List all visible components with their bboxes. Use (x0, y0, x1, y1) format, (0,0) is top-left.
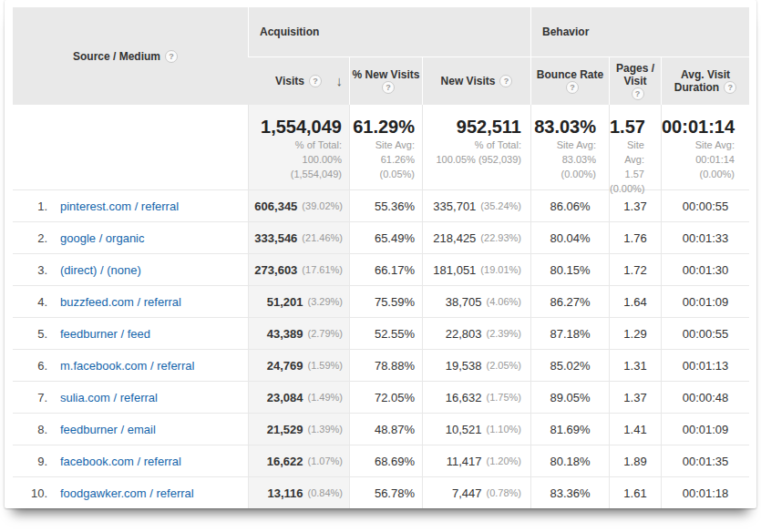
help-icon[interactable]: ? (632, 87, 644, 100)
row-rank: 1. (13, 200, 47, 213)
avg-duration-cell: 00:01:09 (661, 286, 749, 317)
totals-bounce-rate-value: 83.03% (531, 117, 596, 137)
bounce-rate-value: 81.69% (550, 423, 590, 436)
visits-cell: 13,116 (0.84%) (248, 477, 349, 508)
source-medium-link[interactable]: feedburner / email (60, 423, 156, 436)
bounce-rate-cell: 80.04% (530, 222, 609, 253)
row-rank: 5. (13, 327, 47, 341)
source-medium-cell: 7. sulia.com / referral (13, 382, 248, 413)
pages-visit-value: 1.37 (623, 200, 646, 213)
visits-value: 13,116 (267, 486, 303, 500)
totals-new-visits-value: 952,511 (423, 117, 521, 137)
new-visits-cell: 10,521 (1.10%) (422, 414, 530, 445)
analytics-table-card: Source / Medium ? Acquisition Behavior V… (5, 0, 756, 508)
new-visits-percent: (0.78%) (486, 487, 521, 498)
totals-bounce-sub: Site Avg: (531, 138, 596, 151)
avg-duration-value: 00:01:09 (683, 423, 729, 436)
new-visits-percent: (2.05%) (486, 360, 521, 371)
bounce-rate-value: 89.05% (550, 391, 590, 404)
bounce-rate-value: 80.04% (550, 231, 590, 245)
acquisition-label: Acquisition (260, 26, 319, 38)
help-icon[interactable]: ? (566, 81, 579, 94)
totals-bounce-sub: (0.00%) (531, 168, 596, 180)
pages-visit-value: 1.76 (623, 231, 646, 245)
group-header-row: Acquisition Behavior (248, 7, 749, 56)
source-medium-link[interactable]: sulia.com / referral (60, 391, 158, 404)
column-header-pct-new-visits[interactable]: % New Visits ? (349, 57, 422, 105)
column-header-pages-visit[interactable]: Pages / Visit ? (609, 57, 661, 105)
column-header-new-visits[interactable]: New Visits ? (422, 57, 530, 105)
visits-value: 23,084 (267, 391, 303, 404)
source-medium-cell: 8. feedburner / email (13, 414, 248, 445)
source-medium-cell: 1. pinterest.com / referral (13, 190, 248, 221)
avg-duration-value: 00:00:48 (683, 391, 729, 404)
pct-new-visits-value: 66.17% (375, 263, 415, 277)
pages-visit-cell: 1.31 (609, 350, 661, 381)
source-medium-link[interactable]: m.facebook.com / referral (60, 359, 194, 373)
avg-duration-value: 00:01:30 (683, 263, 729, 277)
new-visits-value: 11,417 (447, 455, 482, 468)
new-visits-cell: 38,705 (4.06%) (422, 286, 530, 317)
visits-percent: (1.59%) (307, 360, 343, 371)
row-rank: 10. (13, 486, 47, 500)
source-medium-link[interactable]: google / organic (60, 231, 145, 245)
source-medium-link[interactable]: buzzfeed.com / referral (60, 295, 181, 309)
source-medium-cell: 2. google / organic (13, 222, 248, 253)
help-icon[interactable]: ? (165, 50, 178, 63)
help-icon[interactable]: ? (382, 81, 395, 94)
avg-duration-label-line2: Duration (674, 81, 719, 94)
visits-cell: 16,622 (1.07%) (248, 445, 349, 476)
bounce-rate-value: 80.18% (550, 455, 590, 468)
column-header-source-medium[interactable]: Source / Medium ? (13, 7, 248, 105)
row-rank: 6. (13, 359, 47, 373)
totals-pages-visit: 1.57 Site Avg: 1.57 (0.00%) (609, 105, 661, 189)
bounce-rate-value: 86.06% (550, 200, 590, 213)
avg-duration-cell: 00:01:09 (661, 414, 749, 445)
table-header: Source / Medium ? Acquisition Behavior V… (13, 7, 749, 105)
visits-value: 24,769 (267, 359, 303, 373)
visits-percent: (1.07%) (307, 455, 343, 466)
help-icon[interactable]: ? (499, 75, 512, 87)
table-row: 3. (direct) / (none) 273,603 (17.61%) 66… (13, 253, 749, 285)
source-medium-link[interactable]: feedburner / feed (60, 327, 150, 341)
help-icon[interactable]: ? (309, 75, 322, 87)
row-rank: 7. (13, 391, 47, 404)
visits-percent: (17.61%) (302, 264, 343, 275)
visits-cell: 24,769 (1.59%) (248, 350, 349, 381)
source-medium-link[interactable]: (direct) / (none) (60, 263, 141, 277)
new-visits-cell: 218,425 (22.93%) (422, 222, 530, 253)
totals-pages-sub: 1.57 (610, 168, 644, 180)
new-visits-cell: 7,447 (0.78%) (422, 477, 530, 508)
new-visits-value: 181,051 (433, 263, 476, 277)
pct-new-visits-cell: 65.49% (349, 222, 422, 253)
totals-pct-new-sub: 61.26% (350, 153, 415, 166)
totals-pct-new-visits-value: 61.29% (350, 117, 415, 137)
totals-pages-visit-value: 1.57 (610, 117, 644, 137)
sort-descending-icon[interactable]: ↓ (336, 75, 344, 87)
visits-value: 16,622 (267, 455, 303, 468)
group-header-acquisition: Acquisition (248, 7, 530, 56)
pct-new-visits-cell: 56.78% (349, 477, 422, 508)
source-medium-link[interactable]: facebook.com / referral (60, 455, 181, 468)
column-header-avg-visit-duration[interactable]: Avg. Visit Duration ? (661, 57, 749, 105)
visits-percent: (39.02%) (302, 200, 343, 211)
totals-pct-new-visits: 61.29% Site Avg: 61.26% (0.05%) (349, 105, 422, 189)
source-medium-link[interactable]: foodgawker.com / referral (60, 486, 194, 500)
visits-value: 273,603 (254, 263, 297, 277)
visits-percent: (1.39%) (307, 424, 343, 435)
source-medium-link[interactable]: pinterest.com / referral (60, 200, 179, 213)
avg-duration-value: 00:00:55 (683, 327, 729, 341)
column-header-visits[interactable]: Visits ? ↓ (248, 57, 349, 105)
visits-percent: (21.46%) (302, 232, 343, 243)
pct-new-visits-cell: 68.69% (349, 445, 422, 476)
pct-new-visits-value: 65.49% (375, 231, 415, 245)
pages-visit-value: 1.31 (623, 359, 646, 373)
metrics-header: Acquisition Behavior Visits ? ↓ (248, 7, 749, 105)
new-visits-percent: (1.10%) (486, 424, 521, 435)
visits-percent: (2.79%) (307, 328, 343, 339)
totals-pct-new-sub: (0.05%) (350, 168, 415, 180)
bounce-rate-value: 87.18% (550, 327, 590, 341)
help-icon[interactable]: ? (724, 81, 736, 94)
avg-duration-cell: 00:01:18 (661, 477, 749, 508)
column-header-bounce-rate[interactable]: Bounce Rate ? (530, 57, 609, 105)
